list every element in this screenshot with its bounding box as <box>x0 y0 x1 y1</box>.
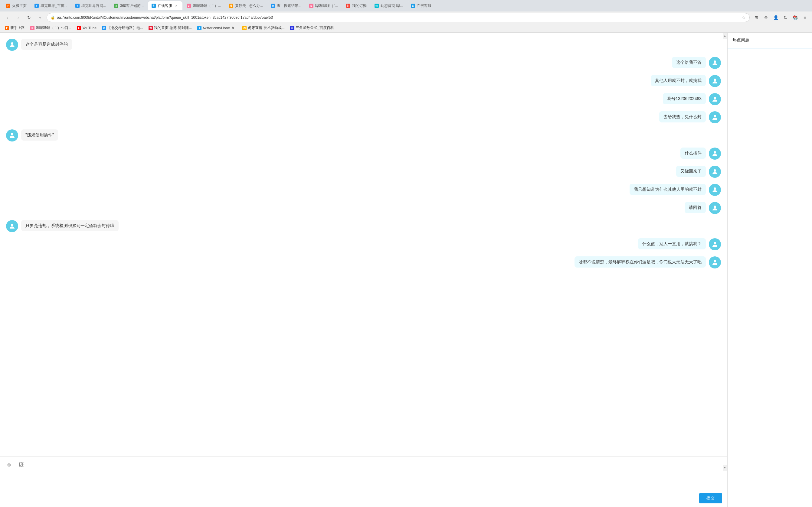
bookmark-label-b7: 虎牙直播-技术驱动成... <box>248 25 285 31</box>
emoji-button[interactable]: ☺ <box>5 460 13 469</box>
tab-t7[interactable]: 黄黄静美 - 怎么办... <box>225 1 267 10</box>
tab-t9[interactable]: B哔哩哔哩（ '... <box>306 1 342 10</box>
zoom-button[interactable]: ⊕ <box>762 13 770 22</box>
avatar-m7 <box>709 148 721 160</box>
avatar-m3 <box>709 75 721 87</box>
bookmark-b3[interactable]: ▶YouTube <box>74 25 99 31</box>
bookmark-favicon-b6: t <box>197 26 201 30</box>
message-row-m13: 啥都不说清楚，最终解释权在你们这是吧，你们也太无法无天了吧 <box>6 257 721 269</box>
back-button[interactable]: ‹ <box>3 13 11 22</box>
tab-t12[interactable]: 客在线客服 <box>407 1 435 10</box>
tab-favicon-t4: 3 <box>114 4 118 8</box>
tab-favicon-t8: 查 <box>271 4 275 8</box>
tab-bar: F火狐主页T坦克世界_百度...T坦克世界官网...3360客户端游...客在线… <box>0 0 812 11</box>
bookmark-favicon-b8: 百 <box>290 26 294 30</box>
avatar-m1 <box>6 39 18 51</box>
tab-t4[interactable]: 3360客户端游... <box>110 1 147 10</box>
svg-point-6 <box>714 151 716 154</box>
bookmark-b4[interactable]: 北【北交考研电路】电... <box>100 25 146 31</box>
submit-button[interactable]: 提交 <box>699 493 722 503</box>
tab-label-t1: 火狐主页 <box>12 3 27 8</box>
bookmark-b7[interactable]: 虎虎牙直播-技术驱动成... <box>240 25 287 31</box>
tab-label-t8: 查 - 搜索结果... <box>277 3 301 8</box>
bookmark-favicon-b5: 微 <box>149 26 153 30</box>
message-bubble-m4: 我号13206202483 <box>663 93 706 104</box>
tab-close-t5[interactable]: × <box>174 3 179 8</box>
tab-t11[interactable]: 动动态首页-哔... <box>371 1 407 10</box>
reload-button[interactable]: ↻ <box>25 13 33 22</box>
bookmark-b1[interactable]: F新手上路 <box>2 25 27 31</box>
bookmarks-button[interactable]: 📚 <box>791 13 799 22</box>
address-bar[interactable]: 🔒 oa.7runto.com:8008/RuntolMCustomer/im/… <box>47 13 750 22</box>
forward-button[interactable]: › <box>14 13 22 22</box>
bookmark-b5[interactable]: 微我的首页 微博-随时随... <box>146 25 194 31</box>
message-bubble-m2: 这个给我不管 <box>672 57 706 68</box>
sync-button[interactable]: ⇅ <box>781 13 790 22</box>
avatar-m8 <box>709 166 721 178</box>
tab-label-t7: 黄静美 - 怎么办... <box>235 3 263 8</box>
bookmark-label-b6: twitter.com/Hone_h... <box>203 26 237 30</box>
message-row-m6: "违规使用插件" <box>6 129 721 142</box>
tab-label-t6: 哔哩哔哩（ '-'）... <box>193 3 221 8</box>
account-button[interactable]: 👤 <box>771 13 780 22</box>
message-bubble-m11: 只要是违规，系统检测积累到一定值就会封停哦 <box>21 220 118 231</box>
address-url: oa.7runto.com:8008/RuntolMCustomer/im/cu… <box>57 15 740 20</box>
message-row-m7: 什么插件 <box>6 148 721 160</box>
tab-favicon-t11: 动 <box>374 4 379 8</box>
home-button[interactable]: ⌂ <box>36 13 44 22</box>
tab-label-t9: 哔哩哔哩（ '... <box>315 3 338 8</box>
message-bubble-m12: 什么值，别人一直用，就搞我？ <box>638 238 706 249</box>
star-icon[interactable]: ☆ <box>742 15 746 20</box>
bookmark-label-b1: 新手上路 <box>10 25 25 31</box>
avatar-m9 <box>709 184 721 196</box>
message-row-m1: 这个是容易造成封停的 <box>6 39 721 51</box>
scroll-up-arrow[interactable]: ▲ <box>723 33 727 39</box>
image-button[interactable]: 🖼 <box>17 460 26 469</box>
svg-point-9 <box>714 206 716 208</box>
tab-favicon-t1: F <box>6 4 10 8</box>
chat-input-toolbar: ☺ 🖼 <box>5 460 722 469</box>
tab-label-t3: 坦克世界官网... <box>82 3 106 8</box>
tab-label-t2: 坦克世界_百度... <box>41 3 67 8</box>
chat-input-field[interactable] <box>5 472 722 490</box>
nav-icons: ⊞ ⊕ 👤 ⇅ 📚 ≡ <box>752 13 809 22</box>
tab-favicon-t5: 客 <box>152 4 156 8</box>
svg-point-4 <box>714 115 716 117</box>
svg-point-0 <box>11 42 13 45</box>
tab-t2[interactable]: T坦克世界_百度... <box>31 1 71 10</box>
tab-favicon-t10: 订 <box>346 4 350 8</box>
tab-t8[interactable]: 查查 - 搜索结果... <box>267 1 305 10</box>
tab-label-t11: 动态首页-哔... <box>380 3 403 8</box>
message-row-m11: 只要是违规，系统检测积累到一定值就会封停哦 <box>6 220 721 232</box>
message-row-m8: 又绕回来了 <box>6 166 721 178</box>
svg-point-2 <box>714 78 716 81</box>
tab-t6[interactable]: B哔哩哔哩（ '-'）... <box>183 1 225 10</box>
bookmark-b2[interactable]: B哔哩哔哩（ '-'）つ口... <box>28 25 74 31</box>
menu-button[interactable]: ≡ <box>801 13 809 22</box>
tab-t5[interactable]: 客在线客服× <box>148 1 183 10</box>
message-row-m4: 我号13206202483 <box>6 93 721 105</box>
bookmark-b6[interactable]: ttwitter.com/Hone_h... <box>195 25 239 31</box>
scroll-down-arrow[interactable]: ▼ <box>723 465 727 471</box>
sidebar-title: 热点问题 <box>727 33 812 48</box>
bookmark-favicon-b2: B <box>30 26 35 30</box>
svg-point-12 <box>714 260 716 263</box>
avatar-m11 <box>6 220 18 232</box>
bookmark-b8[interactable]: 百三角函数公式_百度百科 <box>288 25 337 31</box>
tab-favicon-t2: T <box>35 4 39 8</box>
tab-t3[interactable]: T坦克世界官网... <box>72 1 110 10</box>
tab-label-t4: 360客户端游... <box>120 3 144 8</box>
avatar-m5 <box>709 111 721 123</box>
tab-t1[interactable]: F火狐主页 <box>2 1 30 10</box>
lock-icon: 🔒 <box>51 15 55 20</box>
tab-t10[interactable]: 订我的订购 <box>343 1 370 10</box>
message-row-m10: 请回答 <box>6 202 721 214</box>
bookmark-favicon-b1: F <box>5 26 9 30</box>
avatar-m2 <box>709 57 721 69</box>
extensions-button[interactable]: ⊞ <box>752 13 761 22</box>
avatar-m10 <box>709 202 721 214</box>
svg-point-5 <box>11 133 13 135</box>
tab-favicon-t7: 黄 <box>229 4 233 8</box>
svg-point-11 <box>714 242 716 244</box>
tab-favicon-t9: B <box>309 4 313 8</box>
